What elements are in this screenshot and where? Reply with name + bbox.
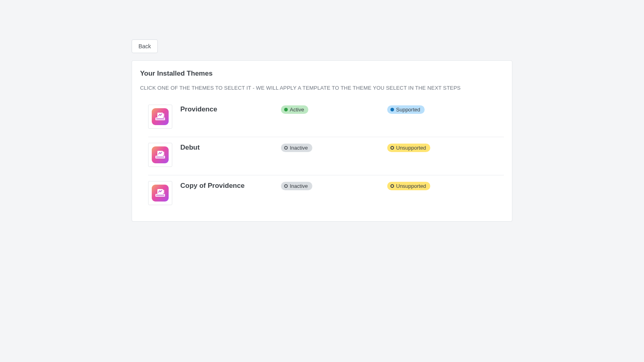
card-subtitle: CLICK ONE OF THE THEMES TO SELECT IT - W… [140, 85, 504, 91]
svg-rect-3 [163, 113, 164, 117]
dot-solid-icon [284, 108, 288, 111]
inactive-badge: Inactive [281, 144, 312, 152]
theme-row[interactable]: ProvidenceActiveSupported [148, 99, 504, 137]
theme-thumbnail-icon [152, 185, 169, 202]
supported-badge: Supported [387, 105, 425, 114]
back-button[interactable]: Back [132, 39, 158, 53]
theme-thumbnail-icon [152, 108, 169, 125]
theme-thumbnail [148, 143, 172, 167]
theme-thumbnail [148, 105, 172, 129]
svg-rect-1 [156, 118, 164, 119]
page-container: Back Your Installed Themes CLICK ONE OF … [132, 0, 512, 222]
theme-thumbnail [148, 181, 172, 205]
support-col: Supported [387, 105, 492, 114]
dot-ring-icon [284, 184, 288, 188]
badge-label: Active [290, 107, 304, 113]
svg-rect-7 [163, 152, 164, 155]
theme-name: Copy of Providence [180, 181, 281, 190]
badge-label: Inactive [290, 183, 308, 189]
support-col: Unsupported [387, 143, 492, 152]
svg-rect-5 [156, 156, 164, 158]
theme-thumbnail-icon [152, 146, 169, 163]
card-title: Your Installed Themes [140, 70, 504, 78]
inactive-badge: Inactive [281, 182, 312, 190]
status-col: Active [281, 105, 387, 114]
theme-row[interactable]: DebutInactiveUnsupported [148, 137, 504, 175]
themes-card: Your Installed Themes CLICK ONE OF THE T… [132, 60, 512, 222]
theme-list: ProvidenceActiveSupportedDebutInactiveUn… [140, 99, 504, 209]
theme-row[interactable]: Copy of ProvidenceInactiveUnsupported [148, 175, 504, 209]
dot-ring-icon [390, 146, 394, 150]
dot-ring-icon [284, 146, 288, 150]
svg-rect-11 [163, 190, 164, 193]
status-col: Inactive [281, 181, 387, 190]
active-badge: Active [281, 105, 308, 114]
badge-label: Unsupported [396, 145, 426, 151]
theme-name: Providence [180, 105, 281, 113]
badge-label: Supported [396, 107, 420, 113]
theme-name: Debut [180, 143, 281, 152]
dot-ring-icon [390, 184, 394, 188]
status-col: Inactive [281, 143, 387, 152]
support-col: Unsupported [387, 181, 492, 190]
badge-label: Unsupported [396, 183, 426, 189]
unsupported-badge: Unsupported [387, 144, 430, 152]
badge-label: Inactive [290, 145, 308, 151]
unsupported-badge: Unsupported [387, 182, 430, 190]
dot-solid-icon [390, 108, 394, 111]
svg-rect-9 [156, 195, 164, 196]
